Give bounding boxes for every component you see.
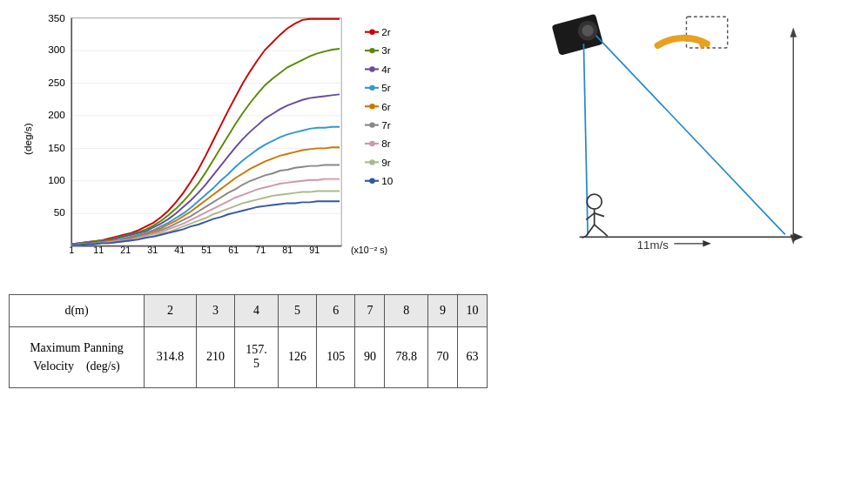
svg-line-59 <box>583 44 588 234</box>
svg-marker-62 <box>790 27 797 37</box>
val-6: 105 <box>317 326 355 387</box>
header-3: 3 <box>196 295 234 327</box>
svg-marker-77 <box>703 240 710 247</box>
svg-point-44 <box>369 122 374 127</box>
svg-line-74 <box>604 233 608 237</box>
header-d: d(m) <box>10 295 145 327</box>
svg-text:150: 150 <box>48 142 65 153</box>
chart-container: 350 300 250 200 150 100 50 (deg/s) 1 11 … <box>9 9 479 279</box>
header-9: 9 <box>427 295 457 327</box>
svg-point-35 <box>369 66 374 71</box>
val-9: 70 <box>427 326 457 387</box>
svg-text:9r: 9r <box>381 157 391 168</box>
svg-text:5r: 5r <box>381 82 391 93</box>
header-10: 10 <box>457 295 487 327</box>
val-3: 210 <box>196 326 234 387</box>
header-4: 4 <box>235 295 279 327</box>
svg-line-70 <box>594 213 603 217</box>
val-5: 126 <box>278 326 316 387</box>
table-data-row: Maximum Panning Velocity (deg/s) 314.8 2… <box>10 326 488 387</box>
svg-point-29 <box>369 30 374 35</box>
val-4: 157. 5 <box>235 326 279 387</box>
svg-text:(x10⁻² s): (x10⁻² s) <box>351 245 387 255</box>
svg-line-72 <box>594 225 603 232</box>
svg-marker-65 <box>793 233 803 241</box>
svg-point-38 <box>369 85 374 91</box>
svg-point-32 <box>369 48 374 53</box>
svg-text:50: 50 <box>54 206 66 218</box>
svg-point-67 <box>587 194 602 209</box>
svg-text:300: 300 <box>48 44 65 55</box>
table-header-row: d(m) 2 3 4 5 6 7 8 9 10 <box>10 295 488 327</box>
svg-text:(deg/s): (deg/s) <box>22 123 33 155</box>
svg-text:200: 200 <box>48 109 65 120</box>
val-10: 63 <box>457 326 487 387</box>
row-label: Maximum Panning Velocity (deg/s) <box>10 326 145 387</box>
svg-text:350: 350 <box>48 12 65 24</box>
svg-text:10: 10 <box>381 175 394 186</box>
svg-point-50 <box>369 159 374 165</box>
svg-point-53 <box>369 178 374 184</box>
chart-svg: 350 300 250 200 150 100 50 (deg/s) 1 11 … <box>9 9 479 279</box>
svg-text:11m/s: 11m/s <box>636 239 668 252</box>
svg-text:7r: 7r <box>381 119 391 131</box>
svg-point-41 <box>369 104 374 109</box>
main-container: 350 300 250 200 150 100 50 (deg/s) 1 11 … <box>0 0 868 504</box>
right-side: 11m/s <box>488 0 868 504</box>
data-table: d(m) 2 3 4 5 6 7 8 9 10 Maximum Panning … <box>9 294 488 388</box>
table-container: d(m) 2 3 4 5 6 7 8 9 10 Maximum Panning … <box>9 294 488 388</box>
val-8: 78.8 <box>385 326 428 387</box>
header-8: 8 <box>385 295 428 327</box>
svg-text:8r: 8r <box>381 138 391 149</box>
val-7: 90 <box>355 326 385 387</box>
svg-text:250: 250 <box>48 77 65 88</box>
svg-text:4r: 4r <box>381 64 391 75</box>
svg-line-60 <box>595 36 784 235</box>
svg-text:6r: 6r <box>381 101 391 112</box>
header-7: 7 <box>355 295 385 327</box>
header-6: 6 <box>317 295 355 327</box>
val-2: 314.8 <box>145 326 197 387</box>
svg-text:2r: 2r <box>381 26 391 37</box>
header-2: 2 <box>145 295 197 327</box>
diagram-svg: 11m/s <box>495 4 861 300</box>
svg-text:100: 100 <box>48 174 65 185</box>
svg-point-47 <box>369 141 374 146</box>
svg-text:3r: 3r <box>381 44 391 56</box>
left-side: 350 300 250 200 150 100 50 (deg/s) 1 11 … <box>0 0 488 504</box>
header-5: 5 <box>278 295 316 327</box>
svg-point-57 <box>582 25 593 37</box>
